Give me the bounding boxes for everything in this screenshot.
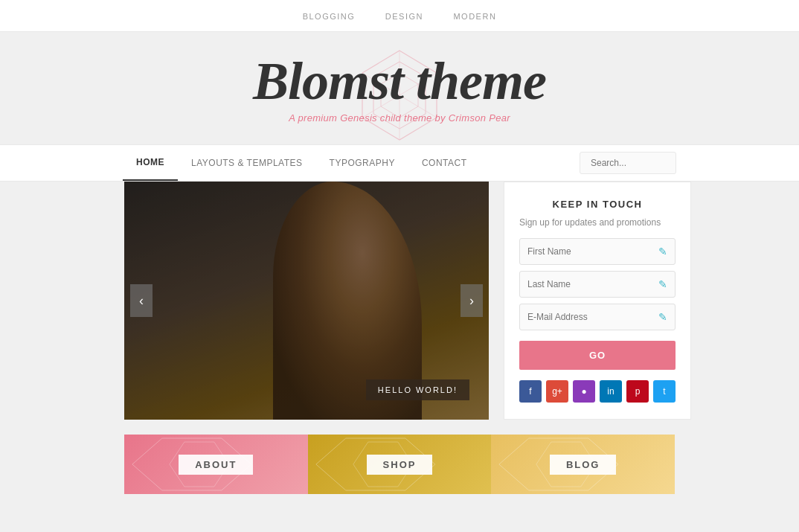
email-field[interactable]: ✎ xyxy=(519,304,676,330)
first-name-icon: ✎ xyxy=(658,246,667,257)
last-name-input[interactable] xyxy=(527,279,654,289)
instagram-icon[interactable]: ● xyxy=(573,380,595,403)
nav-item-layouts[interactable]: LAYOUTS & TEMPLATES xyxy=(178,146,316,180)
site-title: Blomst theme xyxy=(0,54,799,108)
nav-item-home[interactable]: HOME xyxy=(123,145,178,181)
last-name-icon: ✎ xyxy=(658,278,667,290)
bottom-cards: ABOUT SHOP BLOG xyxy=(124,435,675,494)
about-card[interactable]: ABOUT xyxy=(124,435,308,494)
blog-card-label: BLOG xyxy=(550,455,617,475)
nav-item-contact[interactable]: CONTACT xyxy=(408,146,481,180)
content-flex: ‹ › HELLO WORLD! KEEP IN TOUCH Sign up f… xyxy=(124,182,675,420)
widget-subtitle: Sign up for updates and promotions xyxy=(519,217,676,228)
top-nav: BLOGGING DESIGN MODERN xyxy=(0,0,799,32)
first-name-field[interactable]: ✎ xyxy=(519,238,676,265)
main-nav-links: HOME LAYOUTS & TEMPLATES TYPOGRAPHY CONT… xyxy=(123,145,580,181)
widget-title: KEEP IN TOUCH xyxy=(519,199,676,210)
search-input[interactable] xyxy=(580,152,676,174)
top-nav-item-design[interactable]: DESIGN xyxy=(385,12,423,21)
facebook-icon[interactable]: f xyxy=(519,380,542,403)
top-nav-item-modern[interactable]: MODERN xyxy=(453,12,496,21)
shop-card[interactable]: SHOP xyxy=(308,435,492,494)
linkedin-icon[interactable]: in xyxy=(600,380,622,403)
about-card-label: ABOUT xyxy=(179,455,253,475)
go-button[interactable]: GO xyxy=(519,341,676,370)
shop-card-label: SHOP xyxy=(367,455,433,475)
outer-wrapper: ‹ › HELLO WORLD! KEEP IN TOUCH Sign up f… xyxy=(0,182,799,494)
site-header: Blomst theme A premium Genesis child the… xyxy=(0,32,799,131)
email-input[interactable] xyxy=(527,312,654,322)
slider-next-button[interactable]: › xyxy=(461,284,483,317)
top-nav-item-blogging[interactable]: BLOGGING xyxy=(303,12,356,21)
last-name-field[interactable]: ✎ xyxy=(519,271,676,298)
nav-item-typography[interactable]: TYPOGRAPHY xyxy=(316,146,408,180)
slider-prev-button[interactable]: ‹ xyxy=(130,284,153,317)
image-slider: ‹ › HELLO WORLD! xyxy=(124,182,489,420)
pinterest-icon[interactable]: p xyxy=(626,380,649,403)
main-nav: HOME LAYOUTS & TEMPLATES TYPOGRAPHY CONT… xyxy=(0,144,799,182)
keep-in-touch-widget: KEEP IN TOUCH Sign up for updates and pr… xyxy=(504,182,691,420)
slider-label: HELLO WORLD! xyxy=(366,379,469,400)
blog-card[interactable]: BLOG xyxy=(491,435,675,494)
google-plus-icon[interactable]: g+ xyxy=(546,380,568,403)
email-icon: ✎ xyxy=(658,311,667,323)
twitter-icon[interactable]: t xyxy=(653,380,676,403)
social-icons: f g+ ● in p t xyxy=(519,380,676,403)
page-wrapper: BLOGGING DESIGN MODERN Blomst theme A pr… xyxy=(0,0,799,494)
first-name-input[interactable] xyxy=(527,246,654,257)
